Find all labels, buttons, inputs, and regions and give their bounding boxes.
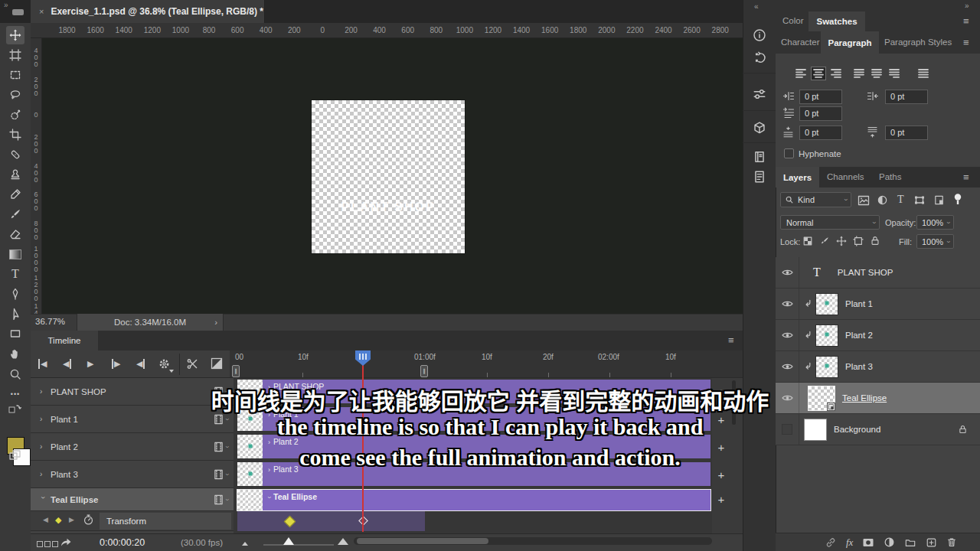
tab-character[interactable]: Character	[781, 37, 820, 47]
previous-keyframe-button[interactable]: ◀	[43, 516, 48, 523]
expand-toolbar-icon[interactable]: »	[4, 1, 8, 9]
quick-selection-tool[interactable]	[6, 106, 24, 124]
info-panel-icon[interactable]	[753, 28, 766, 42]
audio-toggle-icon[interactable]: ◀	[136, 359, 145, 369]
filter-image-layers-icon[interactable]	[858, 195, 870, 206]
tab-channels[interactable]: Channels	[827, 172, 864, 181]
layers-menu-icon[interactable]: ≡	[963, 171, 969, 183]
tab-paragraph[interactable]: Paragraph	[821, 31, 879, 54]
libraries-panel-icon[interactable]	[753, 150, 766, 164]
gradient-tool[interactable]	[6, 245, 24, 263]
properties-panel-icon[interactable]	[753, 87, 766, 101]
filter-shape-layers-icon[interactable]	[913, 194, 926, 206]
chevron-right-icon[interactable]: ›	[214, 318, 217, 327]
shape-tool[interactable]	[6, 324, 24, 343]
filter-type-layers-icon[interactable]: T	[897, 194, 904, 206]
lock-pixels-brush-icon[interactable]	[819, 236, 830, 246]
marquee-tool[interactable]	[6, 66, 24, 84]
timeline-menu-icon[interactable]: ≡	[728, 334, 734, 346]
indent-left-field[interactable]: 0 pt	[799, 90, 842, 104]
layer-row-plant-3[interactable]: Plant 3	[776, 351, 980, 383]
justify-last-left-button[interactable]	[851, 67, 867, 80]
filter-toggle-pin-icon[interactable]	[953, 193, 962, 206]
visibility-toggle[interactable]	[776, 351, 799, 382]
lock-artboard-icon[interactable]	[853, 236, 864, 246]
document-size-info[interactable]: Doc: 3.34M/16.0M ›	[77, 314, 224, 331]
chevron-down-icon[interactable]: ›	[224, 498, 231, 500]
work-area-start-handle[interactable]: ∥	[232, 365, 240, 377]
add-layer-mask-icon[interactable]	[862, 537, 874, 548]
fill-dropdown[interactable]: 100% ›	[916, 234, 954, 249]
artboard[interactable]	[312, 100, 465, 253]
type-tool[interactable]: T	[6, 265, 24, 283]
indent-first-line-field[interactable]: 0 pt	[799, 106, 842, 121]
3d-panel-icon[interactable]	[753, 121, 766, 135]
close-tab-icon[interactable]: ×	[39, 7, 44, 16]
zoom-out-timeline-icon[interactable]	[242, 542, 248, 546]
swatches-menu-icon[interactable]: ≡	[963, 15, 969, 27]
transform-property-label[interactable]: Transform	[100, 513, 231, 530]
zoom-level[interactable]: 36.77%	[35, 317, 65, 326]
split-clip-scissors-icon[interactable]	[186, 357, 199, 370]
visibility-toggle[interactable]	[776, 320, 799, 350]
lasso-tool[interactable]	[6, 86, 24, 104]
previous-frame-button[interactable]: ◀	[63, 359, 71, 369]
timeline-settings-gear-icon[interactable]	[158, 357, 171, 370]
track-row-teal-ellipse[interactable]: › Teal Ellipse ›	[31, 488, 234, 511]
filter-smart-object-icon[interactable]	[933, 194, 945, 206]
layer-thumbnail[interactable]	[816, 357, 838, 377]
eyedropper-tool[interactable]	[6, 185, 24, 204]
layer-filter-kind-dropdown[interactable]: Kind ›	[780, 192, 851, 207]
direct-selection-tool[interactable]	[6, 305, 24, 323]
collapse-dock-icon[interactable]: «	[754, 2, 759, 11]
work-area-end-handle[interactable]: ∥	[420, 365, 428, 377]
chevron-down-icon[interactable]: ›	[266, 497, 273, 499]
notes-panel-icon[interactable]	[753, 170, 766, 184]
layer-thumbnail[interactable]	[816, 294, 838, 315]
tab-timeline[interactable]: Timeline	[31, 331, 98, 350]
stopwatch-icon[interactable]	[83, 514, 94, 526]
next-frame-button[interactable]: ▶	[112, 359, 120, 369]
document-tab[interactable]: × Exercise_1.1.psd @ 36.8% (Teal Ellipse…	[31, 0, 265, 23]
new-layer-plus-icon[interactable]	[926, 537, 937, 548]
clone-stamp-tool[interactable]	[6, 165, 24, 184]
move-tool[interactable]	[6, 26, 24, 44]
go-to-first-frame-button[interactable]: ◀	[38, 359, 47, 369]
zoom-tool[interactable]	[6, 365, 24, 383]
frame-animation-toggle-icon[interactable]	[37, 540, 60, 549]
healing-brush-tool[interactable]	[6, 145, 24, 164]
hyphenate-checkbox[interactable]	[784, 148, 794, 158]
align-right-button[interactable]	[828, 67, 844, 80]
zoom-in-timeline-icon[interactable]	[338, 538, 348, 545]
layer-styles-fx-icon[interactable]: fx	[846, 536, 853, 549]
justify-last-center-button[interactable]	[869, 67, 884, 80]
space-after-field[interactable]: 0 pt	[885, 126, 928, 140]
transition-icon[interactable]	[211, 357, 223, 370]
next-keyframe-button[interactable]: ▶	[69, 516, 74, 523]
align-left-button[interactable]	[793, 67, 808, 80]
clip-teal-ellipse-selected[interactable]: ›Teal Ellipse	[237, 490, 710, 510]
timeline-zoom-slider-thumb[interactable]	[283, 537, 294, 545]
opacity-dropdown[interactable]: 100% ›	[916, 215, 954, 230]
render-export-arrow-icon[interactable]	[60, 536, 72, 548]
justify-all-button[interactable]	[916, 67, 931, 80]
link-layers-icon[interactable]	[825, 536, 837, 549]
crop-tool[interactable]	[6, 126, 24, 144]
indent-right-field[interactable]: 0 pt	[885, 90, 928, 104]
collapse-panels-icon[interactable]: »	[965, 2, 969, 10]
lock-all-icon[interactable]	[870, 235, 880, 246]
lock-transparency-icon[interactable]	[802, 236, 813, 246]
brush-tool[interactable]	[6, 205, 24, 223]
layer-row-plant-2[interactable]: Plant 2	[776, 320, 980, 351]
chevron-down-icon[interactable]: ›	[39, 497, 47, 503]
chevron-right-icon[interactable]: ›	[40, 470, 46, 478]
paragraph-menu-icon[interactable]: ≡	[963, 37, 969, 48]
blend-mode-dropdown[interactable]: Normal ›	[780, 215, 880, 230]
frame-tool[interactable]	[6, 46, 24, 64]
layer-row-plant-1[interactable]: Plant 1	[776, 289, 980, 320]
visibility-toggle[interactable]	[776, 257, 799, 288]
add-media-button[interactable]: +	[714, 493, 728, 506]
play-button[interactable]: ▶	[87, 359, 93, 369]
visibility-toggle[interactable]	[776, 289, 799, 319]
tab-color[interactable]: Color	[782, 16, 803, 25]
